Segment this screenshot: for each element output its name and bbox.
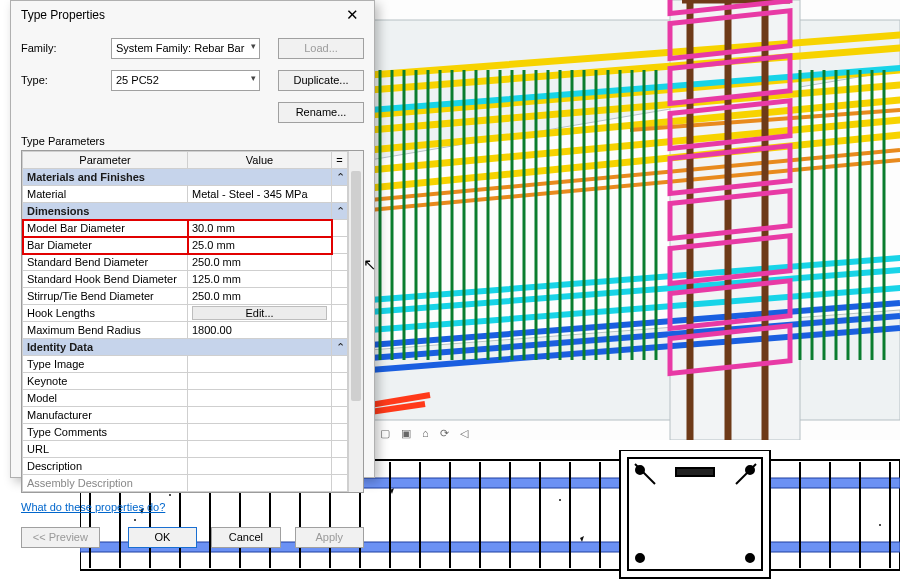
param-name[interactable]: Assembly Description — [23, 475, 188, 492]
dialog-titlebar[interactable]: Type Properties ✕ — [11, 1, 374, 29]
param-value[interactable] — [188, 373, 332, 390]
param-value[interactable]: 30.0 mm — [188, 220, 332, 237]
param-value[interactable]: 125.0 mm — [188, 271, 332, 288]
grid-header-eq[interactable]: = — [332, 152, 348, 169]
grid-header-parameter[interactable]: Parameter — [23, 152, 188, 169]
type-combo[interactable]: 25 PC52 ▾ — [111, 70, 260, 91]
preview-button[interactable]: << Preview — [21, 527, 100, 548]
param-value[interactable] — [188, 458, 332, 475]
svg-line-18 — [370, 160, 900, 210]
grid-section[interactable]: Materials and Finishes — [23, 169, 332, 186]
rename-button[interactable]: Rename... — [278, 102, 364, 123]
revit-viewport: ▢ ▣ ⌂ ⟳ ◁ — [0, 0, 900, 579]
param-name[interactable]: Stirrup/Tie Bend Diameter — [23, 288, 188, 305]
type-properties-dialog: Type Properties ✕ Family: System Family:… — [10, 0, 375, 478]
type-value: 25 PC52 — [116, 74, 159, 86]
dialog-title: Type Properties — [21, 8, 332, 22]
param-value[interactable] — [188, 407, 332, 424]
param-value[interactable]: 25.0 mm — [188, 237, 332, 254]
chevron-down-icon: ▾ — [251, 41, 256, 51]
svg-rect-62 — [676, 468, 714, 476]
param-value[interactable] — [188, 424, 332, 441]
param-value[interactable] — [188, 475, 332, 492]
param-name[interactable]: Standard Bend Diameter — [23, 254, 188, 271]
param-value[interactable]: Metal - Steel - 345 MPa — [188, 186, 332, 203]
param-value[interactable]: 250.0 mm — [188, 254, 332, 271]
edit-button[interactable]: Edit... — [192, 306, 327, 320]
svg-point-61 — [746, 554, 754, 562]
param-value[interactable] — [188, 441, 332, 458]
family-value: System Family: Rebar Bar — [116, 42, 244, 54]
param-name[interactable]: Type Comments — [23, 424, 188, 441]
family-combo[interactable]: System Family: Rebar Bar ▾ — [111, 38, 260, 59]
param-name[interactable]: Description — [23, 458, 188, 475]
param-name[interactable]: Model Bar Diameter — [23, 220, 188, 237]
collapse-icon[interactable]: ⌃ — [332, 339, 348, 356]
param-name[interactable]: Model — [23, 390, 188, 407]
type-parameters-grid[interactable]: Parameter Value = Materials and Finishes… — [21, 150, 364, 493]
param-value[interactable]: 250.0 mm — [188, 288, 332, 305]
svg-point-50 — [879, 524, 881, 526]
close-icon[interactable]: ✕ — [332, 1, 372, 29]
duplicate-button[interactable]: Duplicate... — [278, 70, 364, 91]
param-value[interactable]: Edit... — [188, 305, 332, 322]
svg-point-47 — [559, 499, 561, 501]
grid-header-value[interactable]: Value — [188, 152, 332, 169]
type-parameters-label: Type Parameters — [21, 135, 364, 147]
type-label: Type: — [21, 74, 111, 86]
cancel-button[interactable]: Cancel — [211, 527, 280, 548]
load-button[interactable]: Load... — [278, 38, 364, 59]
param-name[interactable]: Maximum Bend Radius — [23, 322, 188, 339]
svg-point-60 — [636, 554, 644, 562]
grid-section[interactable]: Identity Data — [23, 339, 332, 356]
ok-button[interactable]: OK — [128, 527, 197, 548]
grid-section[interactable]: Dimensions — [23, 203, 332, 220]
param-name[interactable]: Bar Diameter — [23, 237, 188, 254]
param-name[interactable]: Manufacturer — [23, 407, 188, 424]
grid-scrollbar[interactable] — [348, 151, 363, 492]
param-name[interactable]: Keynote — [23, 373, 188, 390]
family-label: Family: — [21, 42, 111, 54]
param-name[interactable]: Standard Hook Bend Diameter — [23, 271, 188, 288]
param-name[interactable]: Material — [23, 186, 188, 203]
help-link[interactable]: What do these properties do? — [21, 493, 364, 519]
param-name[interactable]: Hook Lengths — [23, 305, 188, 322]
chevron-down-icon: ▾ — [251, 73, 256, 83]
param-value[interactable] — [188, 356, 332, 373]
param-value[interactable]: 1800.00 — [188, 322, 332, 339]
collapse-icon[interactable]: ⌃ — [332, 203, 348, 220]
param-value[interactable] — [188, 390, 332, 407]
param-name[interactable]: URL — [23, 441, 188, 458]
view-controls[interactable]: ▢ ▣ ⌂ ⟳ ◁ — [380, 427, 472, 440]
view-3d[interactable] — [370, 0, 900, 440]
svg-line-17 — [370, 150, 900, 200]
apply-button[interactable]: Apply — [295, 527, 364, 548]
collapse-icon[interactable]: ⌃ — [332, 169, 348, 186]
param-name[interactable]: Type Image — [23, 356, 188, 373]
